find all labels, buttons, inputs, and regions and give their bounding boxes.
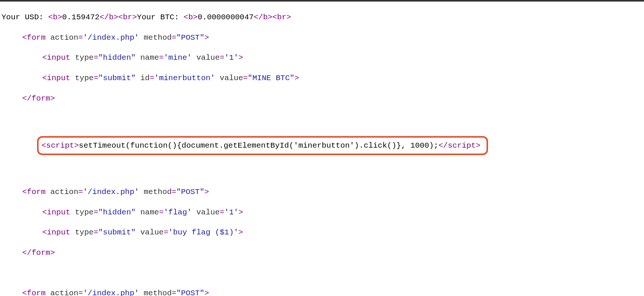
input-submit-mine: <input type="submit" id='minerbutton' va… xyxy=(0,73,644,83)
balance-line: Your USD: <b>0.159472</b><br>Your BTC: <… xyxy=(0,12,644,22)
btc-balance: 0.0000000047 xyxy=(197,13,253,22)
form-flag-close: </form> xyxy=(0,248,644,258)
form-flag-open: <form action='/index.php' method="POST"> xyxy=(0,187,644,197)
highlight-box: <script>setTimeout(function(){document.g… xyxy=(37,136,488,155)
highlighted-script-line: <script>setTimeout(function(){document.g… xyxy=(0,134,644,157)
html-source-view: Your USD: <b>0.159472</b><br>Your BTC: <… xyxy=(0,1,644,296)
form-mine-close: </form> xyxy=(0,93,644,103)
input-hidden-mine: <input type="hidden" name='mine' value='… xyxy=(0,53,644,63)
form-mine-open: <form action='/index.php' method="POST"> xyxy=(0,33,644,43)
input-hidden-flag: <input type="hidden" name='flag' value='… xyxy=(0,207,644,217)
input-submit-flag: <input type="submit" value='buy flag ($1… xyxy=(0,227,644,237)
usd-balance: 0.159472 xyxy=(62,13,100,22)
form-change-open: <form action='/index.php' method="POST"> xyxy=(0,288,644,296)
injected-js: setTimeout(function(){document.getElemen… xyxy=(79,141,438,150)
